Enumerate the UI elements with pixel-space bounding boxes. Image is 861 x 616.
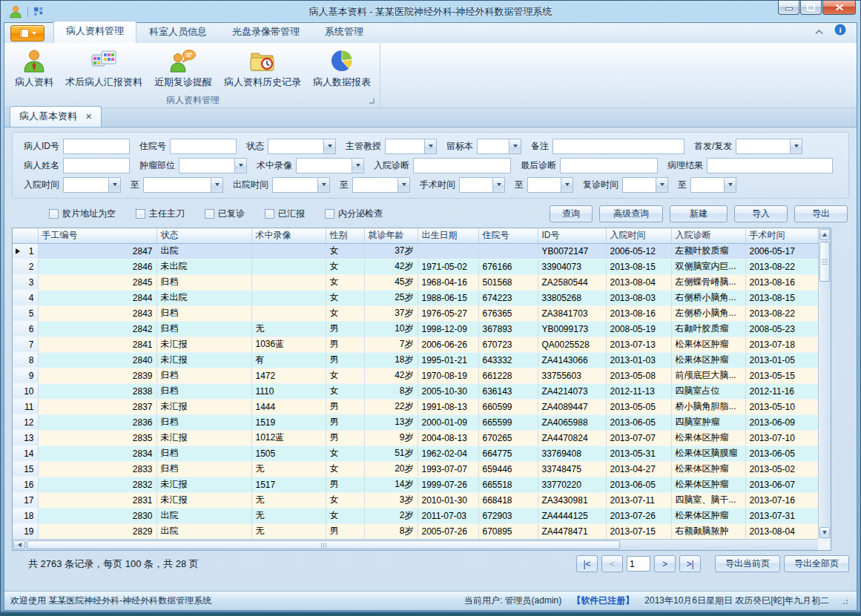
- app-menu-button[interactable]: [10, 25, 44, 42]
- combo-value-input[interactable]: [691, 178, 724, 192]
- cell[interactable]: 33770220: [538, 477, 606, 492]
- cell[interactable]: 前颅底巨大脑...: [671, 368, 745, 383]
- combo-value-input[interactable]: [64, 178, 108, 192]
- cell[interactable]: 636143: [478, 383, 538, 399]
- pager-next-button[interactable]: >: [654, 555, 676, 572]
- filter-combo-3-7[interactable]: [622, 177, 668, 193]
- cell[interactable]: 670895: [478, 523, 538, 539]
- cell[interactable]: 2004-08-13: [418, 430, 478, 446]
- cell[interactable]: 女: [326, 383, 364, 399]
- dropdown-arrow-icon[interactable]: [108, 178, 120, 192]
- cell[interactable]: 2835: [38, 430, 156, 446]
- cell[interactable]: 2832: [38, 477, 156, 492]
- filter-input-2-1[interactable]: [63, 158, 130, 173]
- cell[interactable]: 1971-05-02: [418, 259, 478, 274]
- combo-value-input[interactable]: [268, 139, 323, 153]
- pager-last-button[interactable]: >|: [679, 555, 701, 572]
- cell[interactable]: 2838: [38, 383, 156, 399]
- cell[interactable]: 松果体区肿瘤: [671, 508, 745, 523]
- filter-combo-3-3[interactable]: [272, 177, 330, 193]
- cell[interactable]: 无: [251, 508, 326, 523]
- dropdown-arrow-icon[interactable]: [724, 178, 736, 192]
- filter-combo-1-4[interactable]: [385, 139, 437, 154]
- table-row[interactable]: 62842归档无男10岁1998-12-09367893YB0099173200…: [13, 321, 818, 337]
- column-header-10[interactable]: 入院诊断: [671, 228, 745, 243]
- cell[interactable]: 2013-07-16: [745, 492, 818, 508]
- cell[interactable]: 25岁: [364, 290, 418, 305]
- row-number-cell[interactable]: 13: [13, 430, 38, 446]
- cell[interactable]: 7岁: [364, 337, 418, 352]
- cell[interactable]: 2013-06-07: [745, 477, 818, 492]
- cell[interactable]: 2837: [38, 399, 156, 414]
- filter-input-2-4[interactable]: [413, 158, 511, 173]
- cell[interactable]: 无: [251, 321, 326, 337]
- cell[interactable]: 男: [326, 352, 364, 368]
- cell[interactable]: 左侧桥小脑角...: [671, 305, 745, 321]
- cell[interactable]: 2013-08-22: [745, 259, 818, 274]
- cell[interactable]: 2013-08-15: [606, 259, 671, 274]
- cell[interactable]: 2005-07-26: [418, 523, 478, 539]
- cell[interactable]: 2013-06-05: [606, 477, 671, 492]
- ribbon-tab-3[interactable]: 光盘录像带管理: [220, 21, 312, 43]
- cell[interactable]: 2006-05-12: [606, 243, 671, 259]
- cell[interactable]: 665518: [478, 477, 538, 492]
- cell[interactable]: 668418: [478, 492, 538, 508]
- cell[interactable]: 2847: [38, 243, 156, 259]
- cell[interactable]: 四脑室肿瘤: [671, 414, 745, 430]
- cell[interactable]: 1993-07-07: [418, 461, 478, 477]
- cell[interactable]: QA0025528: [538, 337, 606, 352]
- cell[interactable]: 672903: [478, 508, 538, 523]
- cell[interactable]: 1444: [251, 399, 326, 414]
- filter-input-1-6[interactable]: [552, 139, 684, 154]
- table-row[interactable]: 92839归档1472女42岁1970-08-19661228337556032…: [13, 368, 818, 383]
- cell[interactable]: 未汇报: [156, 477, 251, 492]
- cell[interactable]: 665599: [478, 414, 538, 430]
- checkbox-4[interactable]: 已汇报: [265, 208, 305, 220]
- dropdown-arrow-icon[interactable]: [317, 178, 329, 192]
- cell[interactable]: ZA4065988: [538, 414, 606, 430]
- cell[interactable]: 女: [326, 274, 364, 290]
- cell[interactable]: 2834: [38, 446, 156, 461]
- cell[interactable]: 2013-06-05: [606, 414, 671, 430]
- cell[interactable]: ZA3430981: [538, 492, 606, 508]
- column-header-3[interactable]: 术中录像: [251, 228, 326, 243]
- checkbox-box[interactable]: [325, 209, 334, 219]
- table-row[interactable]: 12847出院女37岁YB00721472006-05-12左额叶胶质瘤2006…: [13, 243, 818, 259]
- cell[interactable]: 2842: [38, 321, 156, 337]
- cell[interactable]: 2013-07-18: [745, 337, 818, 352]
- cell[interactable]: 660599: [478, 399, 538, 414]
- cell[interactable]: 2013-08-16: [745, 274, 818, 290]
- row-number-cell[interactable]: 2: [13, 259, 38, 274]
- combo-value-input[interactable]: [273, 178, 317, 192]
- cell[interactable]: 女: [326, 446, 364, 461]
- cell[interactable]: 1517: [251, 477, 326, 492]
- query-button[interactable]: 查询: [550, 205, 593, 222]
- cell[interactable]: 2013-08-15: [745, 290, 818, 305]
- cell[interactable]: 51岁: [364, 446, 418, 461]
- combo-value-input[interactable]: [528, 178, 561, 192]
- cell[interactable]: 2829: [38, 523, 156, 539]
- cell[interactable]: 右侧桥小脑角...: [671, 290, 745, 305]
- table-row[interactable]: 82840未汇报有男18岁1995-01-21643332ZA414306620…: [13, 352, 818, 368]
- export-all-pages-button[interactable]: 导出全部页: [784, 555, 849, 572]
- info-icon[interactable]: i: [834, 24, 846, 39]
- cell[interactable]: 2012-11-16: [745, 383, 818, 399]
- cell[interactable]: 2839: [38, 368, 156, 383]
- column-header-7[interactable]: 住院号: [478, 228, 538, 243]
- cell[interactable]: 1110: [251, 383, 326, 399]
- cell[interactable]: 2012-11-13: [606, 383, 671, 399]
- cell[interactable]: 42岁: [364, 259, 418, 274]
- cell[interactable]: 9岁: [364, 430, 418, 446]
- cell[interactable]: 出院: [156, 508, 251, 523]
- cell[interactable]: 33805268: [538, 290, 606, 305]
- filter-input-1-2[interactable]: [170, 139, 237, 154]
- cell[interactable]: 归档: [156, 383, 251, 399]
- quick-access-icon[interactable]: [33, 6, 44, 17]
- cell[interactable]: 664775: [478, 446, 538, 461]
- cell[interactable]: 2013-07-31: [745, 508, 818, 523]
- combo-value-input[interactable]: [179, 159, 234, 173]
- filter-input-2-5[interactable]: [560, 158, 658, 173]
- cell[interactable]: 男: [326, 399, 364, 414]
- cell[interactable]: 无: [251, 461, 326, 477]
- cell[interactable]: 2008-05-19: [606, 321, 671, 337]
